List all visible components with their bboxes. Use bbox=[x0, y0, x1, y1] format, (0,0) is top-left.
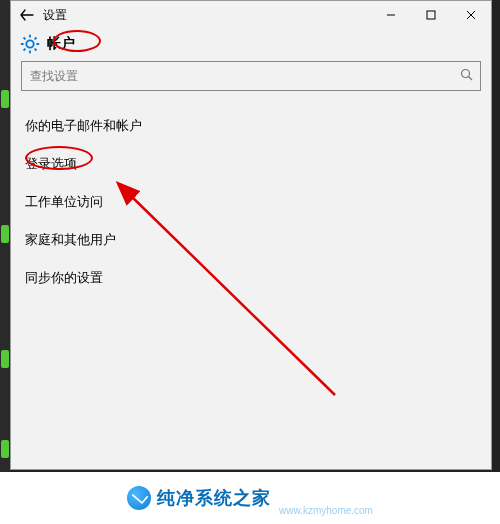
menu-item-email-accounts[interactable]: 你的电子邮件和帐户 bbox=[25, 107, 491, 145]
settings-window: 设置 帐户 bbox=[10, 0, 492, 470]
search-icon bbox=[460, 68, 473, 84]
desktop-left-strip bbox=[0, 0, 10, 524]
brand-url: www.kzmyhome.com bbox=[279, 505, 373, 516]
back-button[interactable] bbox=[17, 5, 37, 25]
minimize-button[interactable] bbox=[371, 1, 411, 29]
menu-item-family-users[interactable]: 家庭和其他用户 bbox=[25, 221, 491, 259]
watermark-footer: 纯净系统之家 www.kzmyhome.com bbox=[0, 472, 500, 524]
svg-line-4 bbox=[469, 77, 473, 81]
brand-logo-icon bbox=[127, 486, 151, 510]
search-input[interactable] bbox=[21, 61, 481, 91]
page-title: 帐户 bbox=[47, 35, 75, 53]
menu-item-sync-settings[interactable]: 同步你的设置 bbox=[25, 259, 491, 297]
window-title: 设置 bbox=[43, 7, 67, 24]
svg-rect-1 bbox=[427, 11, 435, 19]
menu-item-signin-options[interactable]: 登录选项 bbox=[25, 145, 491, 183]
header-row: 帐户 bbox=[11, 29, 491, 61]
menu-item-work-access[interactable]: 工作单位访问 bbox=[25, 183, 491, 221]
maximize-button[interactable] bbox=[411, 1, 451, 29]
brand-name: 纯净系统之家 bbox=[157, 486, 271, 510]
svg-point-2 bbox=[26, 40, 33, 47]
search-container bbox=[21, 61, 481, 91]
settings-menu: 你的电子邮件和帐户 登录选项 工作单位访问 家庭和其他用户 同步你的设置 bbox=[11, 101, 491, 297]
close-button[interactable] bbox=[451, 1, 491, 29]
titlebar: 设置 bbox=[11, 1, 491, 29]
gear-icon bbox=[19, 33, 41, 55]
svg-point-3 bbox=[462, 70, 470, 78]
